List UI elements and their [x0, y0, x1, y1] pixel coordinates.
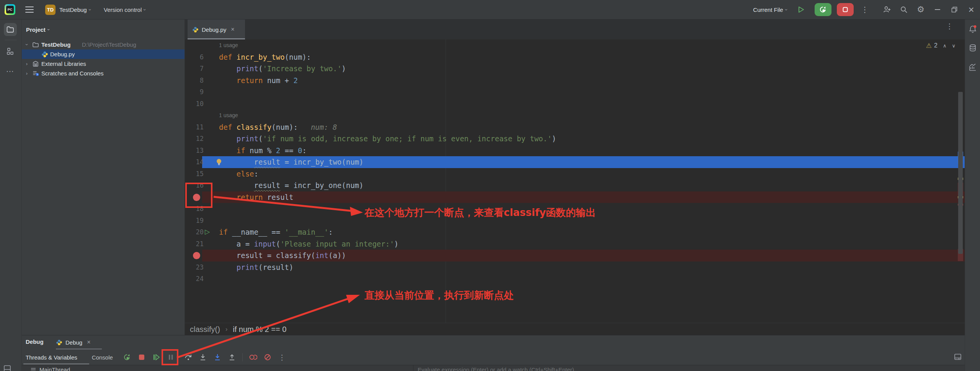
code-line[interactable]: 10: [185, 98, 965, 110]
code-text[interactable]: print('Increase by two.'): [219, 63, 346, 75]
chevron-expanded-icon[interactable]: ›: [24, 42, 30, 47]
code-line[interactable]: 21 a = input('Please input an integer:'): [185, 238, 965, 250]
structure-toolwindow-icon[interactable]: [4, 45, 17, 58]
line-number[interactable]: 19: [185, 215, 204, 227]
code-line[interactable]: 14 result = incr_by_two(num): [185, 156, 965, 168]
project-widget[interactable]: TestDebug: [59, 7, 87, 13]
code-text[interactable]: if __name__ == '__main__':: [219, 226, 333, 238]
editor-options-icon[interactable]: ⋮: [946, 25, 953, 28]
rerun-debug-button[interactable]: [815, 3, 831, 16]
code-line[interactable]: 24: [185, 273, 965, 285]
step-out-icon[interactable]: [228, 353, 236, 361]
breadcrumb-statement[interactable]: if num % 2 == 0: [233, 325, 286, 334]
layout-settings-icon[interactable]: [954, 353, 962, 362]
chevron-collapsed-icon[interactable]: ›: [24, 61, 29, 67]
prev-problem-icon[interactable]: ∧: [943, 43, 947, 49]
line-number[interactable]: 9: [185, 86, 204, 98]
code-text[interactable]: result = incr_by_one(num): [219, 180, 364, 191]
code-line[interactable]: 6def incr_by_two(num):: [185, 51, 965, 63]
code-text[interactable]: print('if num is odd, increase by one; i…: [219, 133, 556, 145]
resume-icon[interactable]: [152, 353, 160, 361]
code-line[interactable]: 1 usage: [185, 39, 965, 51]
code-line[interactable]: 9: [185, 86, 965, 98]
more-actions-icon[interactable]: ⋮: [859, 0, 871, 19]
stop-button[interactable]: [837, 3, 854, 16]
code-text[interactable]: result = classify(int(a)): [219, 250, 346, 261]
vcs-widget[interactable]: Version control: [104, 7, 142, 13]
evaluate-expression-field[interactable]: Evaluate expression (Enter) or add a wat…: [418, 366, 574, 371]
code-text[interactable]: if num % 2 == 0:: [219, 145, 307, 157]
line-number[interactable]: 8: [185, 75, 204, 87]
code-text[interactable]: def incr_by_two(num):: [219, 51, 311, 63]
code-line[interactable]: return result: [185, 191, 965, 203]
code-line[interactable]: 23 print(result): [185, 261, 965, 273]
code-line[interactable]: 13 if num % 2 == 0:: [185, 145, 965, 157]
next-problem-icon[interactable]: ∨: [952, 43, 956, 49]
pane-divider[interactable]: [413, 365, 413, 371]
code-text[interactable]: else:: [219, 168, 258, 180]
code-text[interactable]: def classify(num):num: 8: [219, 121, 337, 133]
line-number[interactable]: 13: [185, 145, 204, 157]
plots-chart-icon[interactable]: [968, 63, 977, 72]
code-area[interactable]: 1 usage6def incr_by_two(num):7 print('In…: [185, 39, 965, 323]
more-toolwindows-icon[interactable]: ⋯: [4, 65, 17, 78]
code-line[interactable]: 11def classify(num):num: 8: [185, 121, 965, 133]
close-icon[interactable]: ×: [965, 0, 977, 19]
tree-item-testdebug[interactable]: › TestDebug D:\Project\TestDebug: [22, 40, 185, 49]
step-over-icon[interactable]: [184, 353, 193, 361]
session-tab-close-icon[interactable]: ×: [87, 339, 90, 346]
inspection-widget[interactable]: ⚠ 2 ∧ ∨: [926, 41, 956, 50]
tree-item-debug-py[interactable]: Debug.py: [22, 49, 185, 59]
line-number[interactable]: 11: [185, 121, 204, 133]
maximize-icon[interactable]: [949, 0, 960, 19]
project-panel-title[interactable]: Project: [26, 26, 46, 33]
line-number[interactable]: 16: [185, 180, 204, 191]
code-line[interactable]: 7 print('Increase by two.'): [185, 63, 965, 75]
tab-console[interactable]: Console: [92, 354, 113, 361]
code-text[interactable]: print(result): [219, 261, 293, 273]
rerun-icon[interactable]: [123, 353, 131, 361]
tab-close-icon[interactable]: ×: [231, 26, 234, 33]
line-number[interactable]: 20: [185, 226, 204, 238]
code-line[interactable]: 8 return num + 2: [185, 75, 965, 87]
stop-icon[interactable]: [137, 353, 146, 361]
line-number[interactable]: 24: [185, 273, 204, 285]
code-line[interactable]: result = classify(int(a)): [185, 250, 965, 261]
run-line-icon[interactable]: ▷: [205, 226, 210, 238]
force-step-into-icon[interactable]: [213, 353, 222, 361]
code-text[interactable]: a = input('Please input an integer:'): [219, 238, 399, 250]
view-breakpoints-icon[interactable]: [249, 353, 257, 361]
tree-item-external-libraries[interactable]: › External Libraries: [22, 59, 185, 69]
tree-item-scratches[interactable]: › Scratches and Consoles: [22, 69, 185, 78]
add-user-icon[interactable]: [881, 0, 893, 19]
tab-debug-py[interactable]: Debug.py ×: [188, 20, 245, 39]
code-line[interactable]: 15 else:: [185, 168, 965, 180]
minimize-icon[interactable]: [932, 0, 943, 19]
database-icon[interactable]: [968, 44, 977, 53]
debug-more-icon[interactable]: ⋮: [278, 353, 286, 361]
step-into-icon[interactable]: [199, 353, 207, 361]
code-line[interactable]: 20▷if __name__ == '__main__':: [185, 226, 965, 238]
main-menu-icon[interactable]: [25, 7, 34, 13]
tab-threads-variables[interactable]: Threads & Variables: [26, 354, 77, 361]
thread-item[interactable]: MainThread: [30, 366, 70, 371]
line-number[interactable]: 6: [185, 51, 204, 63]
mute-breakpoints-icon[interactable]: [263, 353, 272, 361]
debug-toolwindow-icon[interactable]: [1, 362, 14, 371]
code-text[interactable]: result = incr_by_two(num): [219, 156, 364, 168]
line-number[interactable]: 10: [185, 98, 204, 110]
line-number[interactable]: 23: [185, 261, 204, 273]
line-number[interactable]: 7: [185, 63, 204, 75]
chevron-collapsed-icon[interactable]: ›: [24, 70, 29, 76]
code-line[interactable]: 16 result = incr_by_one(num): [185, 180, 965, 191]
code-line[interactable]: 1 usage: [185, 110, 965, 121]
scrollbar-thumb[interactable]: [958, 92, 963, 254]
debug-panel-title[interactable]: Debug: [26, 338, 44, 345]
debug-session-tab[interactable]: Debug ×: [56, 335, 91, 349]
code-line[interactable]: 12 print('if num is odd, increase by one…: [185, 133, 965, 145]
line-number[interactable]: 21: [185, 238, 204, 250]
breakpoint-icon[interactable]: [193, 194, 200, 201]
usage-hint[interactable]: 1 usage: [219, 110, 238, 121]
breakpoint-icon[interactable]: [193, 252, 200, 259]
project-toolwindow-icon[interactable]: [4, 23, 17, 36]
